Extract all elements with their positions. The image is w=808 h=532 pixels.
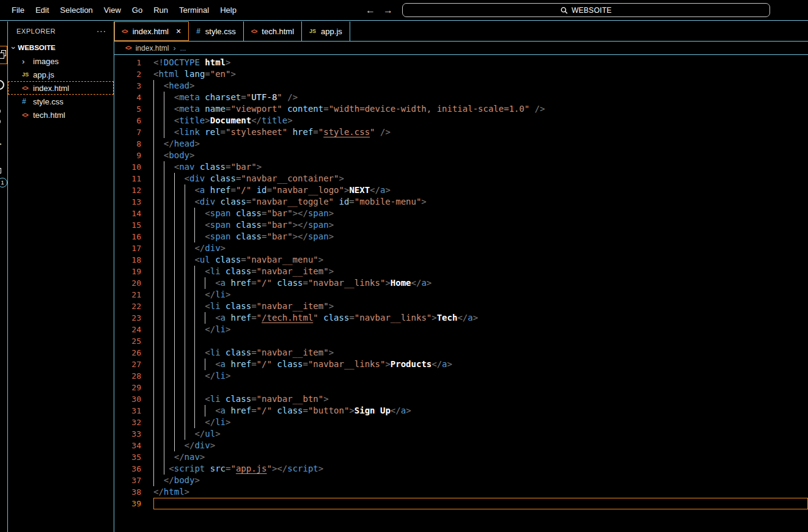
line-number[interactable]: 30 xyxy=(119,393,141,405)
code-line[interactable]: 17</div> xyxy=(114,242,808,254)
breadcrumb-more[interactable]: ... xyxy=(180,44,186,53)
line-number[interactable]: 1 xyxy=(119,57,141,68)
code-line[interactable]: 16<span class="bar"></span> xyxy=(114,231,808,242)
tab-index.html[interactable]: <>index.html× xyxy=(114,21,189,41)
line-number[interactable]: 24 xyxy=(119,324,141,335)
code-line[interactable]: 33</ul> xyxy=(114,428,808,440)
line-number[interactable]: 39 xyxy=(119,498,141,509)
code-line[interactable]: 23<a href="/tech.html" class="navbar__li… xyxy=(114,312,808,324)
code-line[interactable]: 27<a href="/" class="navbar__links">Prod… xyxy=(114,359,808,370)
breadcrumb-file[interactable]: index.html xyxy=(136,44,169,53)
extensions-activity-icon[interactable] xyxy=(0,168,1,173)
code-line[interactable]: 3<head> xyxy=(114,80,808,92)
line-number[interactable]: 2 xyxy=(119,68,141,80)
sidebar-item-tech.html[interactable]: <>tech.html xyxy=(8,108,114,122)
code-line[interactable]: 38</html> xyxy=(114,486,808,498)
code-line[interactable]: 18<ul class="navbar__menu"> xyxy=(114,254,808,266)
code-line[interactable]: 20<a href="/" class="navbar__links">Home… xyxy=(114,277,808,289)
back-button[interactable]: ← xyxy=(365,5,375,16)
tab-app.js[interactable]: JSapp.js xyxy=(302,21,350,41)
code-line[interactable]: 24</li> xyxy=(114,324,808,335)
run-debug-activity-icon[interactable]: ▷ xyxy=(0,138,2,149)
menu-help[interactable]: Help xyxy=(215,0,242,21)
line-number[interactable]: 31 xyxy=(119,405,141,417)
code-line[interactable]: 22<li class="navbar__item"> xyxy=(114,301,808,312)
line-number[interactable]: 26 xyxy=(119,347,141,359)
code-line[interactable]: 25 xyxy=(114,335,808,347)
line-number[interactable]: 3 xyxy=(119,80,141,92)
code-line[interactable]: 26<li class="navbar__item"> xyxy=(114,347,808,359)
sidebar-item-index.html[interactable]: <>index.html xyxy=(8,81,114,95)
code-line[interactable]: 29 xyxy=(114,382,808,393)
line-number[interactable]: 12 xyxy=(119,184,141,196)
line-number[interactable]: 35 xyxy=(119,451,141,463)
menu-view[interactable]: View xyxy=(98,0,127,21)
line-number[interactable]: 16 xyxy=(119,231,141,242)
source-control-activity-icon[interactable] xyxy=(0,109,1,114)
code-line[interactable]: 6<title>Document</title> xyxy=(114,115,808,126)
command-center-search[interactable]: WEBSOITE xyxy=(402,3,770,17)
code-line[interactable]: 10<nav class="bar"> xyxy=(114,161,808,173)
line-number[interactable]: 4 xyxy=(119,92,141,103)
code-line[interactable]: 2<html lang="en"> xyxy=(114,68,808,80)
code-line[interactable]: 31<a href="/" class="button">Sign Up</a> xyxy=(114,405,808,417)
line-number[interactable]: 11 xyxy=(119,173,141,184)
sidebar-item-images[interactable]: ›images xyxy=(8,54,114,68)
line-number[interactable]: 20 xyxy=(119,277,141,289)
line-number[interactable]: 21 xyxy=(119,289,141,301)
forward-button[interactable]: → xyxy=(383,5,393,16)
line-number[interactable]: 19 xyxy=(119,266,141,277)
line-number[interactable]: 17 xyxy=(119,242,141,254)
line-number[interactable]: 14 xyxy=(119,208,141,219)
code-line[interactable]: 4<meta charset="UTF-8" /> xyxy=(114,92,808,103)
code-line[interactable]: 14<span class="bar"></span> xyxy=(114,208,808,219)
code-line[interactable]: 19<li class="navbar__item"> xyxy=(114,266,808,277)
line-number[interactable]: 10 xyxy=(119,161,141,173)
line-number[interactable]: 6 xyxy=(119,115,141,126)
line-number[interactable]: 32 xyxy=(119,417,141,428)
code-line[interactable]: 37</body> xyxy=(114,475,808,486)
breadcrumb[interactable]: <> index.html › ... xyxy=(114,42,808,55)
code-line[interactable]: 5<meta name="viewport" content="width=de… xyxy=(114,103,808,115)
menu-selection[interactable]: Selection xyxy=(54,0,98,21)
line-number[interactable]: 7 xyxy=(119,126,141,138)
code-area[interactable]: 1<!DOCTYPE html>2<html lang="en">3<head>… xyxy=(114,55,808,509)
tab-tech.html[interactable]: <>tech.html xyxy=(244,21,302,41)
line-number[interactable]: 23 xyxy=(119,312,141,324)
code-line[interactable]: 35</nav> xyxy=(114,451,808,463)
line-number[interactable]: 34 xyxy=(119,440,141,451)
code-line[interactable]: 12<a href="/" id="navbar__logo">NEXT</a> xyxy=(114,184,808,196)
menu-run[interactable]: Run xyxy=(148,0,174,21)
code-line[interactable]: 8</head> xyxy=(114,138,808,150)
code-line[interactable]: 9<body> xyxy=(114,150,808,161)
line-number[interactable]: 36 xyxy=(119,463,141,475)
line-number[interactable]: 27 xyxy=(119,359,141,370)
tab-style.css[interactable]: #style.css xyxy=(189,21,244,41)
line-number[interactable]: 37 xyxy=(119,475,141,486)
code-line[interactable]: 32</li> xyxy=(114,417,808,428)
code-line[interactable]: 34</div> xyxy=(114,440,808,451)
code-line[interactable]: 13<div class="navbar__toggle" id="mobile… xyxy=(114,196,808,208)
code-line[interactable]: 36<script src="app.js"></script> xyxy=(114,463,808,475)
explorer-actions-icon[interactable]: ··· xyxy=(97,28,106,34)
menu-terminal[interactable]: Terminal xyxy=(174,0,215,21)
line-number[interactable]: 5 xyxy=(119,103,141,115)
line-number[interactable]: 25 xyxy=(119,335,141,347)
code-line[interactable]: 1<!DOCTYPE html> xyxy=(114,57,808,68)
explorer-activity-icon[interactable] xyxy=(0,46,7,64)
menu-edit[interactable]: Edit xyxy=(30,0,54,21)
code-line[interactable]: 30<li class="navbar__btn"> xyxy=(114,393,808,405)
line-number[interactable]: 33 xyxy=(119,428,141,440)
line-number[interactable]: 15 xyxy=(119,219,141,231)
menu-go[interactable]: Go xyxy=(127,0,148,21)
line-number[interactable]: 8 xyxy=(119,138,141,150)
code-line[interactable]: 21</li> xyxy=(114,289,808,301)
code-line[interactable]: 11<div class="navbar__container"> xyxy=(114,173,808,184)
line-number[interactable]: 38 xyxy=(119,486,141,498)
search-activity-icon[interactable] xyxy=(0,80,4,90)
line-number[interactable]: 28 xyxy=(119,370,141,382)
code-line[interactable]: 7<link rel="stylesheet" href="style.css"… xyxy=(114,126,808,138)
sidebar-item-style.css[interactable]: #style.css xyxy=(8,95,114,108)
menu-file[interactable]: File xyxy=(6,0,30,21)
line-number[interactable]: 18 xyxy=(119,254,141,266)
